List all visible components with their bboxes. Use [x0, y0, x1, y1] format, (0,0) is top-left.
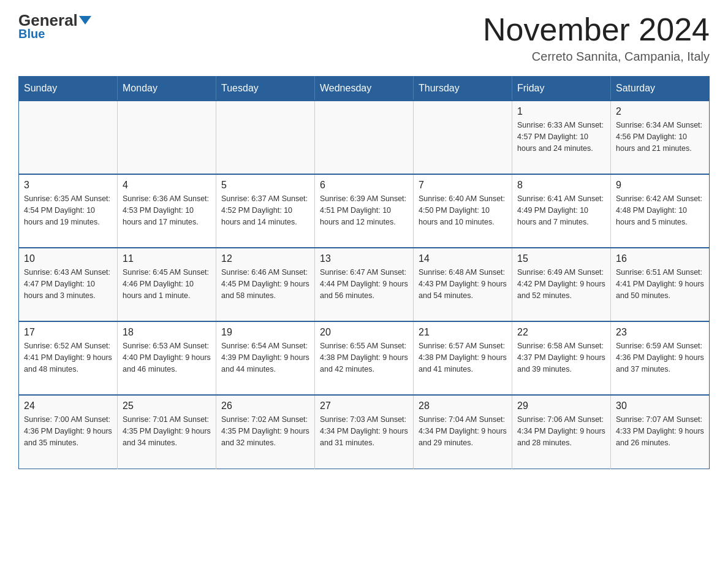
calendar-cell: 17Sunrise: 6:52 AM Sunset: 4:41 PM Dayli… [19, 321, 118, 395]
calendar-cell: 10Sunrise: 6:43 AM Sunset: 4:47 PM Dayli… [19, 248, 118, 321]
day-info: Sunrise: 6:33 AM Sunset: 4:57 PM Dayligh… [517, 120, 605, 154]
calendar-cell: 18Sunrise: 6:53 AM Sunset: 4:40 PM Dayli… [118, 321, 216, 395]
day-number: 25 [123, 400, 211, 412]
calendar-cell: 4Sunrise: 6:36 AM Sunset: 4:53 PM Daylig… [118, 174, 216, 248]
day-number: 4 [123, 180, 211, 191]
calendar-cell: 30Sunrise: 7:07 AM Sunset: 4:33 PM Dayli… [611, 395, 710, 469]
day-info: Sunrise: 7:01 AM Sunset: 4:35 PM Dayligh… [123, 414, 211, 448]
calendar-cell: 27Sunrise: 7:03 AM Sunset: 4:34 PM Dayli… [315, 395, 414, 469]
day-info: Sunrise: 6:52 AM Sunset: 4:41 PM Dayligh… [24, 340, 112, 375]
calendar-cell [118, 101, 216, 174]
day-number: 6 [320, 180, 408, 191]
calendar-cell: 11Sunrise: 6:45 AM Sunset: 4:46 PM Dayli… [118, 248, 216, 321]
calendar-cell: 8Sunrise: 6:41 AM Sunset: 4:49 PM Daylig… [512, 174, 611, 248]
calendar-cell [19, 101, 118, 174]
calendar-cell: 9Sunrise: 6:42 AM Sunset: 4:48 PM Daylig… [611, 174, 710, 248]
calendar-cell [315, 101, 414, 174]
calendar-week-row: 17Sunrise: 6:52 AM Sunset: 4:41 PM Dayli… [19, 321, 710, 395]
day-number: 15 [517, 253, 605, 264]
day-info: Sunrise: 6:54 AM Sunset: 4:39 PM Dayligh… [221, 340, 309, 375]
day-info: Sunrise: 6:55 AM Sunset: 4:38 PM Dayligh… [320, 340, 408, 375]
day-number: 3 [24, 180, 112, 191]
day-number: 8 [517, 180, 605, 191]
weekday-header-sunday: Sunday [19, 77, 118, 101]
calendar-cell: 20Sunrise: 6:55 AM Sunset: 4:38 PM Dayli… [315, 321, 414, 395]
day-number: 17 [24, 327, 112, 338]
calendar-cell: 19Sunrise: 6:54 AM Sunset: 4:39 PM Dayli… [216, 321, 315, 395]
day-number: 28 [419, 400, 507, 412]
day-number: 9 [616, 180, 704, 191]
day-info: Sunrise: 7:06 AM Sunset: 4:34 PM Dayligh… [517, 414, 605, 448]
day-number: 1 [517, 106, 605, 117]
day-info: Sunrise: 6:58 AM Sunset: 4:37 PM Dayligh… [517, 340, 605, 375]
calendar-cell: 24Sunrise: 7:00 AM Sunset: 4:36 PM Dayli… [19, 395, 118, 469]
month-title: November 2024 [483, 12, 710, 47]
day-info: Sunrise: 6:57 AM Sunset: 4:38 PM Dayligh… [419, 340, 507, 375]
day-number: 11 [123, 253, 211, 264]
day-number: 29 [517, 400, 605, 412]
calendar-week-row: 3Sunrise: 6:35 AM Sunset: 4:54 PM Daylig… [19, 174, 710, 248]
day-number: 26 [221, 400, 309, 412]
day-info: Sunrise: 6:36 AM Sunset: 4:53 PM Dayligh… [123, 193, 211, 228]
day-number: 20 [320, 327, 408, 338]
day-number: 23 [616, 327, 704, 338]
day-info: Sunrise: 6:41 AM Sunset: 4:49 PM Dayligh… [517, 193, 605, 228]
day-info: Sunrise: 6:49 AM Sunset: 4:42 PM Dayligh… [517, 267, 605, 301]
calendar-cell: 16Sunrise: 6:51 AM Sunset: 4:41 PM Dayli… [611, 248, 710, 321]
calendar-cell: 14Sunrise: 6:48 AM Sunset: 4:43 PM Dayli… [414, 248, 512, 321]
day-info: Sunrise: 7:04 AM Sunset: 4:34 PM Dayligh… [419, 414, 507, 448]
day-info: Sunrise: 7:02 AM Sunset: 4:35 PM Dayligh… [221, 414, 309, 448]
calendar-cell: 21Sunrise: 6:57 AM Sunset: 4:38 PM Dayli… [414, 321, 512, 395]
day-number: 27 [320, 400, 408, 412]
weekday-header-saturday: Saturday [611, 77, 710, 101]
weekday-header-monday: Monday [118, 77, 216, 101]
weekday-header-tuesday: Tuesday [216, 77, 315, 101]
weekday-header-wednesday: Wednesday [315, 77, 414, 101]
calendar-table: SundayMondayTuesdayWednesdayThursdayFrid… [18, 76, 710, 469]
logo-blue: Blue [18, 27, 45, 41]
logo-general: General [18, 12, 91, 28]
calendar-cell: 7Sunrise: 6:40 AM Sunset: 4:50 PM Daylig… [414, 174, 512, 248]
day-number: 21 [419, 327, 507, 338]
day-number: 14 [419, 253, 507, 264]
day-number: 19 [221, 327, 309, 338]
day-info: Sunrise: 6:43 AM Sunset: 4:47 PM Dayligh… [24, 267, 112, 301]
day-info: Sunrise: 6:35 AM Sunset: 4:54 PM Dayligh… [24, 193, 112, 228]
calendar-cell: 15Sunrise: 6:49 AM Sunset: 4:42 PM Dayli… [512, 248, 611, 321]
calendar-cell: 26Sunrise: 7:02 AM Sunset: 4:35 PM Dayli… [216, 395, 315, 469]
calendar-cell: 2Sunrise: 6:34 AM Sunset: 4:56 PM Daylig… [611, 101, 710, 174]
day-number: 16 [616, 253, 704, 264]
logo: General Blue [18, 12, 91, 41]
weekday-header-thursday: Thursday [414, 77, 512, 101]
day-info: Sunrise: 7:03 AM Sunset: 4:34 PM Dayligh… [320, 414, 408, 448]
day-info: Sunrise: 6:40 AM Sunset: 4:50 PM Dayligh… [419, 193, 507, 228]
page-header: General Blue November 2024 Cerreto Sanni… [18, 12, 710, 64]
day-number: 7 [419, 180, 507, 191]
day-info: Sunrise: 6:39 AM Sunset: 4:51 PM Dayligh… [320, 193, 408, 228]
day-number: 22 [517, 327, 605, 338]
day-info: Sunrise: 7:07 AM Sunset: 4:33 PM Dayligh… [616, 414, 704, 448]
calendar-week-row: 24Sunrise: 7:00 AM Sunset: 4:36 PM Dayli… [19, 395, 710, 469]
day-info: Sunrise: 6:45 AM Sunset: 4:46 PM Dayligh… [123, 267, 211, 301]
day-info: Sunrise: 6:48 AM Sunset: 4:43 PM Dayligh… [419, 267, 507, 301]
day-number: 13 [320, 253, 408, 264]
calendar-week-row: 1Sunrise: 6:33 AM Sunset: 4:57 PM Daylig… [19, 101, 710, 174]
day-info: Sunrise: 6:46 AM Sunset: 4:45 PM Dayligh… [221, 267, 309, 301]
calendar-cell: 25Sunrise: 7:01 AM Sunset: 4:35 PM Dayli… [118, 395, 216, 469]
day-info: Sunrise: 6:59 AM Sunset: 4:36 PM Dayligh… [616, 340, 704, 375]
calendar-cell: 6Sunrise: 6:39 AM Sunset: 4:51 PM Daylig… [315, 174, 414, 248]
day-info: Sunrise: 7:00 AM Sunset: 4:36 PM Dayligh… [24, 414, 112, 448]
day-number: 5 [221, 180, 309, 191]
calendar-cell: 23Sunrise: 6:59 AM Sunset: 4:36 PM Dayli… [611, 321, 710, 395]
calendar-cell: 29Sunrise: 7:06 AM Sunset: 4:34 PM Dayli… [512, 395, 611, 469]
day-number: 24 [24, 400, 112, 412]
day-number: 18 [123, 327, 211, 338]
day-number: 30 [616, 400, 704, 412]
calendar-cell [414, 101, 512, 174]
calendar-header-row: SundayMondayTuesdayWednesdayThursdayFrid… [19, 77, 710, 101]
day-number: 2 [616, 106, 704, 117]
calendar-cell [216, 101, 315, 174]
calendar-cell: 22Sunrise: 6:58 AM Sunset: 4:37 PM Dayli… [512, 321, 611, 395]
day-number: 10 [24, 253, 112, 264]
logo-triangle-icon [79, 16, 91, 25]
